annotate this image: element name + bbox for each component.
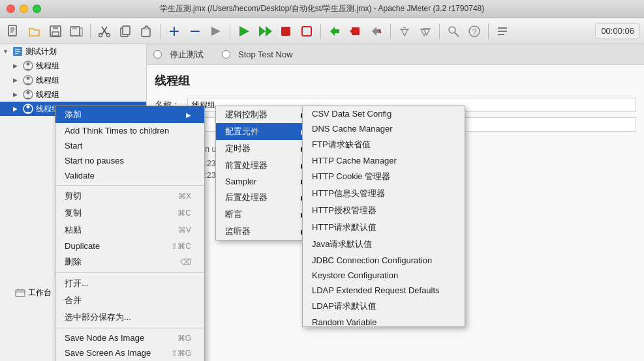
window-controls[interactable] bbox=[7, 5, 41, 13]
tree-arrow: ▶ bbox=[13, 77, 22, 83]
start-no-pause-button[interactable] bbox=[255, 22, 275, 41]
menu-item-http-header[interactable]: HTTP信息头管理器 bbox=[303, 185, 465, 202]
menu-item-label: HTTP Cache Manager bbox=[312, 156, 397, 166]
menu-item-jdbc[interactable]: JDBC Connection Configuration bbox=[303, 253, 465, 268]
menu-item-label: 前置处理器 bbox=[225, 160, 268, 171]
list-button[interactable] bbox=[493, 22, 512, 41]
menu-item-random-var[interactable]: Random Variable bbox=[303, 315, 465, 327]
menu-item-merge[interactable]: 合并 bbox=[55, 292, 204, 309]
svg-rect-17 bbox=[142, 29, 150, 36]
copy-button[interactable] bbox=[115, 22, 135, 41]
menu-item-add[interactable]: 添加 ▶ bbox=[55, 106, 204, 123]
toolbar-separator-3 bbox=[230, 23, 230, 39]
toggle-button[interactable] bbox=[206, 22, 226, 41]
menu-item-http-auth[interactable]: HTTP授权管理器 bbox=[303, 202, 465, 219]
stop-test-radio[interactable] bbox=[153, 50, 162, 59]
menu-item-ftp-defaults[interactable]: FTP请求缺省值 bbox=[303, 136, 465, 153]
search-button[interactable] bbox=[444, 22, 463, 41]
open-button[interactable] bbox=[25, 22, 44, 41]
tree-item-thread-3[interactable]: ▶ 线程组 bbox=[0, 87, 146, 102]
menu-item-label: 定时器 bbox=[225, 143, 251, 154]
menu-item-label: Duplicate bbox=[65, 241, 100, 251]
tree-item-thread-1[interactable]: ▶ 线程组 bbox=[0, 59, 146, 73]
menu-item-csv[interactable]: CSV Data Set Config bbox=[303, 106, 465, 121]
menu-item-label: Sampler bbox=[225, 177, 256, 186]
stop-button[interactable] bbox=[276, 22, 296, 41]
menu-item-ldap-ext[interactable]: LDAP Extended Request Defaults bbox=[303, 283, 465, 298]
menu-item-dns[interactable]: DNS Cache Manager bbox=[303, 121, 465, 136]
question-button[interactable]: ? bbox=[465, 22, 484, 41]
expand-button[interactable] bbox=[164, 22, 184, 41]
tree-item-test-plan[interactable]: ▼ 测试计划 bbox=[0, 44, 146, 59]
tree-item-thread-2[interactable]: ▶ 线程组 bbox=[0, 73, 146, 87]
menu-item-save-screen-image[interactable]: Save Screen As Image ⇧⌘G bbox=[55, 345, 204, 360]
svg-rect-26 bbox=[302, 27, 311, 36]
toolbar: ? 00:00:06 bbox=[0, 18, 644, 44]
menu-item-start-no-pauses[interactable]: Start no pauses bbox=[55, 153, 204, 168]
menu-item-label: 复制 bbox=[65, 207, 82, 219]
maximize-button[interactable] bbox=[33, 5, 41, 13]
menu-item-label: HTTP Cookie 管理器 bbox=[312, 171, 390, 182]
tree-item-label: 测试计划 bbox=[25, 46, 57, 57]
thread-icon bbox=[22, 89, 34, 100]
menu-item-ldap-defaults[interactable]: LDAP请求默认值 bbox=[303, 298, 465, 315]
shutdown-button[interactable] bbox=[297, 22, 316, 41]
cut-button[interactable] bbox=[95, 22, 114, 41]
menu-item-label: LDAP Extended Request Defaults bbox=[312, 285, 440, 295]
svg-point-35 bbox=[449, 27, 455, 33]
stop-test-now-radio[interactable] bbox=[222, 50, 230, 59]
menu-item-label: Random Variable bbox=[312, 317, 376, 327]
clear-all-button[interactable] bbox=[416, 22, 435, 41]
toolbar-separator-2 bbox=[160, 23, 161, 39]
clear-button[interactable] bbox=[395, 22, 414, 41]
shortcut-label: ⌘X bbox=[178, 192, 191, 201]
menu-item-label: Validate bbox=[65, 171, 95, 180]
svg-point-14 bbox=[107, 33, 110, 36]
toolbar-separator-4 bbox=[320, 23, 321, 39]
menu-item-label: DNS Cache Manager bbox=[312, 124, 393, 134]
save-all-button[interactable] bbox=[67, 22, 86, 41]
menu-item-paste[interactable]: 粘贴 ⌘V bbox=[55, 222, 204, 238]
save-button[interactable] bbox=[46, 22, 65, 41]
menu-item-copy[interactable]: 复制 ⌘C bbox=[55, 205, 204, 222]
menu-item-http-cookie[interactable]: HTTP Cookie 管理器 bbox=[303, 168, 465, 185]
menu-item-keystore[interactable]: Keystore Configuration bbox=[303, 268, 465, 283]
menu-item-start[interactable]: Start bbox=[55, 138, 204, 153]
menu-item-validate[interactable]: Validate bbox=[55, 168, 204, 183]
tree-arrow: ▶ bbox=[13, 106, 22, 112]
menu-item-http-defaults[interactable]: HTTP请求默认值 bbox=[303, 219, 465, 236]
svg-marker-27 bbox=[330, 27, 339, 36]
remote-stop-button[interactable] bbox=[346, 22, 365, 41]
shortcut-label: ⌘C bbox=[177, 209, 191, 218]
menu-item-label: HTTP授权管理器 bbox=[312, 205, 376, 216]
thread-icon bbox=[22, 74, 34, 86]
menu-sep bbox=[55, 272, 204, 273]
paste-button[interactable] bbox=[136, 22, 156, 41]
collapse-button[interactable] bbox=[185, 22, 205, 41]
menu-item-save-node-image[interactable]: Save Node As Image ⌘G bbox=[55, 330, 204, 345]
start-button[interactable] bbox=[234, 22, 254, 41]
remote-exit-button[interactable] bbox=[367, 22, 386, 41]
title-bar: 学生压测.jmx (/Users/hecom/Desktop/自动化st/学生压… bbox=[0, 0, 644, 18]
shortcut-label: ⌘V bbox=[178, 225, 191, 235]
close-button[interactable] bbox=[7, 5, 15, 13]
menu-item-java-defaults[interactable]: Java请求默认值 bbox=[303, 236, 465, 253]
svg-point-51 bbox=[27, 91, 30, 94]
tree-arrow: ▶ bbox=[13, 91, 22, 98]
menu-item-delete[interactable]: 删除 ⌫ bbox=[55, 253, 204, 270]
menu-item-duplicate[interactable]: Duplicate ⇧⌘C bbox=[55, 238, 204, 253]
svg-marker-21 bbox=[211, 27, 221, 36]
menu-item-label: HTTP请求默认值 bbox=[312, 222, 376, 233]
minimize-button[interactable] bbox=[20, 5, 28, 13]
menu-item-add-think-times[interactable]: Add Think Times to children bbox=[55, 123, 204, 138]
menu-item-open[interactable]: 打开... bbox=[55, 275, 204, 292]
menu-item-save-selection[interactable]: 选中部分保存为... bbox=[55, 309, 204, 326]
menu-item-cut[interactable]: 剪切 ⌘X bbox=[55, 188, 204, 205]
shortcut-label: ⇧⌘G bbox=[171, 349, 191, 358]
menu-item-http-cache[interactable]: HTTP Cache Manager bbox=[303, 153, 465, 168]
menu-item-label: 删除 bbox=[65, 256, 82, 268]
new-button[interactable] bbox=[4, 22, 23, 41]
remote-start-button[interactable] bbox=[325, 22, 345, 41]
test-plan-icon bbox=[12, 46, 23, 57]
toolbar-separator-1 bbox=[90, 23, 91, 39]
